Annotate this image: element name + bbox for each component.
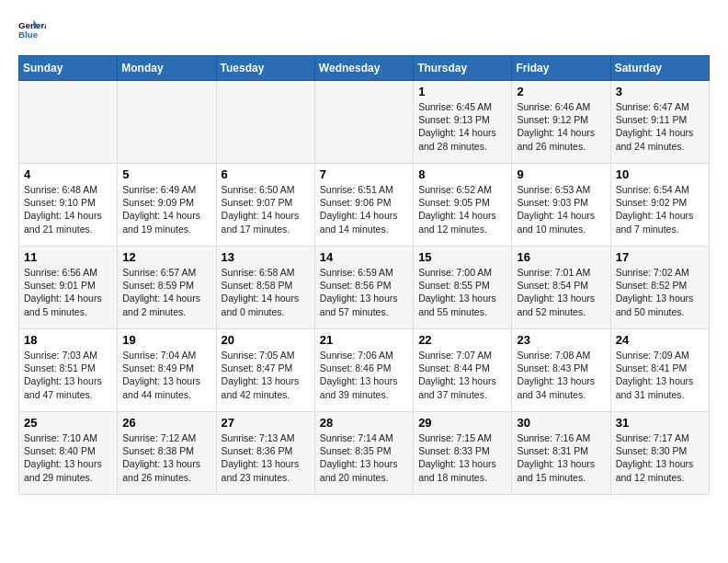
day-info: Sunrise: 7:03 AM Sunset: 8:51 PM Dayligh… bbox=[24, 349, 112, 401]
page-header: GeneralBlue bbox=[18, 18, 710, 46]
week-row-4: 18Sunrise: 7:03 AM Sunset: 8:51 PM Dayli… bbox=[19, 329, 710, 412]
day-number: 7 bbox=[320, 167, 408, 181]
day-cell: 16Sunrise: 7:01 AM Sunset: 8:54 PM Dayli… bbox=[512, 247, 610, 329]
day-number: 13 bbox=[222, 250, 310, 264]
day-cell: 25Sunrise: 7:10 AM Sunset: 8:40 PM Dayli… bbox=[19, 412, 118, 495]
day-info: Sunrise: 7:08 AM Sunset: 8:43 PM Dayligh… bbox=[517, 349, 605, 401]
day-cell: 7Sunrise: 6:51 AM Sunset: 9:06 PM Daylig… bbox=[314, 164, 413, 247]
header-cell-tuesday: Tuesday bbox=[216, 56, 314, 81]
day-number: 9 bbox=[517, 167, 605, 181]
day-cell: 10Sunrise: 6:54 AM Sunset: 9:02 PM Dayli… bbox=[610, 164, 709, 247]
day-cell: 13Sunrise: 6:58 AM Sunset: 8:58 PM Dayli… bbox=[216, 247, 314, 329]
day-cell: 12Sunrise: 6:57 AM Sunset: 8:59 PM Dayli… bbox=[118, 247, 216, 329]
day-info: Sunrise: 7:12 AM Sunset: 8:38 PM Dayligh… bbox=[122, 431, 210, 484]
logo: GeneralBlue bbox=[18, 18, 46, 46]
day-cell: 26Sunrise: 7:12 AM Sunset: 8:38 PM Dayli… bbox=[118, 412, 216, 495]
day-info: Sunrise: 7:04 AM Sunset: 8:49 PM Dayligh… bbox=[122, 349, 210, 401]
day-info: Sunrise: 6:49 AM Sunset: 9:09 PM Dayligh… bbox=[122, 183, 210, 236]
day-cell: 24Sunrise: 7:09 AM Sunset: 8:41 PM Dayli… bbox=[610, 329, 709, 412]
day-info: Sunrise: 6:59 AM Sunset: 8:56 PM Dayligh… bbox=[320, 266, 408, 318]
day-number: 21 bbox=[320, 333, 408, 347]
day-number: 29 bbox=[418, 416, 506, 430]
header-cell-saturday: Saturday bbox=[610, 56, 709, 81]
day-info: Sunrise: 7:09 AM Sunset: 8:41 PM Dayligh… bbox=[616, 349, 704, 401]
day-info: Sunrise: 7:13 AM Sunset: 8:36 PM Dayligh… bbox=[222, 431, 310, 484]
day-cell: 22Sunrise: 7:07 AM Sunset: 8:44 PM Dayli… bbox=[414, 329, 512, 412]
day-number: 24 bbox=[616, 333, 704, 347]
day-cell: 11Sunrise: 6:56 AM Sunset: 9:01 PM Dayli… bbox=[19, 247, 118, 329]
logo-icon: GeneralBlue bbox=[18, 18, 46, 46]
day-info: Sunrise: 6:51 AM Sunset: 9:06 PM Dayligh… bbox=[320, 183, 408, 236]
day-info: Sunrise: 7:15 AM Sunset: 8:33 PM Dayligh… bbox=[418, 431, 506, 484]
calendar-header: SundayMondayTuesdayWednesdayThursdayFrid… bbox=[19, 56, 710, 81]
day-cell: 9Sunrise: 6:53 AM Sunset: 9:03 PM Daylig… bbox=[512, 164, 610, 247]
day-info: Sunrise: 7:06 AM Sunset: 8:46 PM Dayligh… bbox=[320, 349, 408, 401]
day-number: 8 bbox=[418, 167, 506, 181]
day-info: Sunrise: 6:45 AM Sunset: 9:13 PM Dayligh… bbox=[418, 100, 506, 153]
day-number: 30 bbox=[517, 416, 605, 430]
day-info: Sunrise: 7:00 AM Sunset: 8:55 PM Dayligh… bbox=[418, 266, 506, 318]
day-cell: 30Sunrise: 7:16 AM Sunset: 8:31 PM Dayli… bbox=[512, 412, 610, 495]
day-number: 1 bbox=[418, 85, 506, 98]
day-cell: 4Sunrise: 6:48 AM Sunset: 9:10 PM Daylig… bbox=[19, 164, 118, 247]
header-cell-sunday: Sunday bbox=[19, 56, 118, 81]
day-info: Sunrise: 6:54 AM Sunset: 9:02 PM Dayligh… bbox=[616, 183, 704, 236]
calendar-table: SundayMondayTuesdayWednesdayThursdayFrid… bbox=[18, 55, 710, 495]
day-cell: 28Sunrise: 7:14 AM Sunset: 8:35 PM Dayli… bbox=[314, 412, 413, 495]
day-number: 25 bbox=[24, 416, 112, 430]
header-cell-friday: Friday bbox=[512, 56, 610, 81]
day-number: 18 bbox=[24, 333, 112, 347]
day-number: 4 bbox=[24, 167, 112, 181]
week-row-2: 4Sunrise: 6:48 AM Sunset: 9:10 PM Daylig… bbox=[19, 164, 710, 247]
day-info: Sunrise: 6:47 AM Sunset: 9:11 PM Dayligh… bbox=[616, 100, 704, 153]
day-cell: 5Sunrise: 6:49 AM Sunset: 9:09 PM Daylig… bbox=[118, 164, 216, 247]
day-cell bbox=[216, 81, 314, 164]
day-number: 20 bbox=[222, 333, 310, 347]
day-cell: 1Sunrise: 6:45 AM Sunset: 9:13 PM Daylig… bbox=[414, 81, 512, 164]
svg-text:Blue: Blue bbox=[18, 29, 39, 40]
header-cell-monday: Monday bbox=[118, 56, 216, 81]
calendar-body: 1Sunrise: 6:45 AM Sunset: 9:13 PM Daylig… bbox=[19, 81, 710, 495]
day-number: 27 bbox=[222, 416, 310, 430]
day-info: Sunrise: 6:58 AM Sunset: 8:58 PM Dayligh… bbox=[222, 266, 310, 318]
day-number: 2 bbox=[517, 85, 605, 98]
day-cell: 19Sunrise: 7:04 AM Sunset: 8:49 PM Dayli… bbox=[118, 329, 216, 412]
day-info: Sunrise: 7:02 AM Sunset: 8:52 PM Dayligh… bbox=[616, 266, 704, 318]
day-number: 5 bbox=[122, 167, 210, 181]
week-row-1: 1Sunrise: 6:45 AM Sunset: 9:13 PM Daylig… bbox=[19, 81, 710, 164]
day-number: 14 bbox=[320, 250, 408, 264]
day-cell: 23Sunrise: 7:08 AM Sunset: 8:43 PM Dayli… bbox=[512, 329, 610, 412]
day-cell: 8Sunrise: 6:52 AM Sunset: 9:05 PM Daylig… bbox=[414, 164, 512, 247]
day-number: 16 bbox=[517, 250, 605, 264]
day-number: 11 bbox=[24, 250, 112, 264]
day-number: 6 bbox=[222, 167, 310, 181]
day-cell: 15Sunrise: 7:00 AM Sunset: 8:55 PM Dayli… bbox=[414, 247, 512, 329]
day-number: 19 bbox=[122, 333, 210, 347]
day-info: Sunrise: 7:07 AM Sunset: 8:44 PM Dayligh… bbox=[418, 349, 506, 401]
day-info: Sunrise: 7:05 AM Sunset: 8:47 PM Dayligh… bbox=[222, 349, 310, 401]
day-info: Sunrise: 6:50 AM Sunset: 9:07 PM Dayligh… bbox=[222, 183, 310, 236]
svg-text:General: General bbox=[18, 20, 46, 30]
day-cell: 29Sunrise: 7:15 AM Sunset: 8:33 PM Dayli… bbox=[414, 412, 512, 495]
day-cell: 18Sunrise: 7:03 AM Sunset: 8:51 PM Dayli… bbox=[19, 329, 118, 412]
day-number: 17 bbox=[616, 250, 704, 264]
week-row-5: 25Sunrise: 7:10 AM Sunset: 8:40 PM Dayli… bbox=[19, 412, 710, 495]
day-cell bbox=[314, 81, 413, 164]
day-cell: 14Sunrise: 6:59 AM Sunset: 8:56 PM Dayli… bbox=[314, 247, 413, 329]
day-cell: 6Sunrise: 6:50 AM Sunset: 9:07 PM Daylig… bbox=[216, 164, 314, 247]
day-cell bbox=[19, 81, 118, 164]
day-info: Sunrise: 6:57 AM Sunset: 8:59 PM Dayligh… bbox=[122, 266, 210, 318]
day-cell: 31Sunrise: 7:17 AM Sunset: 8:30 PM Dayli… bbox=[610, 412, 709, 495]
week-row-3: 11Sunrise: 6:56 AM Sunset: 9:01 PM Dayli… bbox=[19, 247, 710, 329]
day-number: 31 bbox=[616, 416, 704, 430]
day-number: 22 bbox=[418, 333, 506, 347]
day-number: 28 bbox=[320, 416, 408, 430]
day-cell: 17Sunrise: 7:02 AM Sunset: 8:52 PM Dayli… bbox=[610, 247, 709, 329]
day-info: Sunrise: 6:52 AM Sunset: 9:05 PM Dayligh… bbox=[418, 183, 506, 236]
day-number: 23 bbox=[517, 333, 605, 347]
day-info: Sunrise: 6:46 AM Sunset: 9:12 PM Dayligh… bbox=[517, 100, 605, 153]
day-cell: 21Sunrise: 7:06 AM Sunset: 8:46 PM Dayli… bbox=[314, 329, 413, 412]
day-info: Sunrise: 7:14 AM Sunset: 8:35 PM Dayligh… bbox=[320, 431, 408, 484]
day-info: Sunrise: 6:48 AM Sunset: 9:10 PM Dayligh… bbox=[24, 183, 112, 236]
day-info: Sunrise: 7:17 AM Sunset: 8:30 PM Dayligh… bbox=[616, 431, 704, 484]
